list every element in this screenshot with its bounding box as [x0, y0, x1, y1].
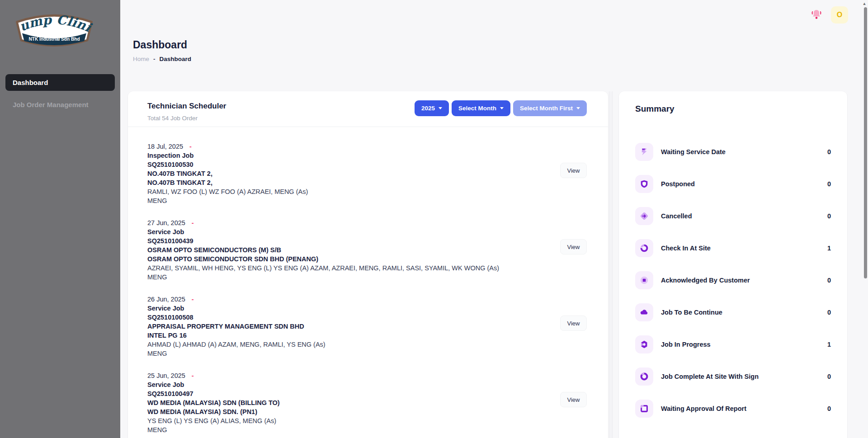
scrollbar-up-arrow-icon[interactable]: ▲ [861, 0, 868, 7]
summary-list: Waiting Service Date 0 Postponed 0 Cance… [635, 143, 831, 418]
job-entry: 25 Jun, 2025- Service Job SQ2510100497 W… [147, 371, 587, 434]
sidebar: Pump Clinic NTK Industrial Sdn Bhd Dashb… [0, 0, 120, 438]
job-date: 26 Jun, 2025 [147, 296, 185, 303]
sidebar-item-job-order-management[interactable]: Job Order Management [5, 96, 115, 113]
summary-item-count: 0 [827, 212, 831, 220]
scheduler-total-count: Total 54 Job Order [147, 115, 415, 122]
summary-item[interactable]: Waiting Service Date 0 [635, 143, 831, 161]
job-site: INTEL PG 16 [147, 331, 551, 340]
summary-item[interactable]: Job In Progress 1 [635, 335, 831, 353]
select-month-dropdown-button[interactable]: Select Month [452, 100, 510, 116]
job-customer: WD MEDIA (MALAYSIA) SDN (BILLING TO) [147, 398, 551, 407]
chevron-down-icon [500, 107, 504, 109]
page-header: Dashboard Home - Dashboard [133, 39, 191, 62]
summary-item[interactable]: Job To Be Continue 0 [635, 303, 831, 321]
logo-subtitle: NTK Industrial Sdn Bhd [28, 37, 80, 42]
job-type: Inspection Job [147, 151, 551, 160]
square-in-circle-icon [635, 271, 653, 289]
scheduler-title: Technician Scheduler [147, 102, 415, 111]
job-code: SQ2510100439 [147, 236, 551, 245]
summary-item[interactable]: Cancelled 0 [635, 207, 831, 225]
summary-item-label: Waiting Approval Of Report [661, 405, 746, 412]
pump-clinic-logo[interactable]: Pump Clinic NTK Industrial Sdn Bhd [11, 7, 98, 52]
year-dropdown-button[interactable]: 2025 [415, 100, 449, 116]
chevron-down-icon [439, 107, 442, 109]
summary-title: Summary [635, 104, 831, 114]
job-site: NO.407B TINGKAT 2, [147, 178, 551, 187]
user-avatar[interactable]: O [831, 6, 848, 24]
job-code: SQ2510100497 [147, 389, 551, 398]
job-site: OSRAM OPTO SEMICONDUCTOR SDN BHD (PENANG… [147, 254, 551, 264]
scheduler-filter-buttons: 2025 Select Month Select Month First [415, 100, 587, 116]
summary-item-count: 0 [827, 277, 831, 284]
job-entry: 26 Jun, 2025- Service Job SQ2510100508 A… [147, 295, 587, 358]
breadcrumb-current: Dashboard [160, 56, 192, 62]
shield-icon [635, 175, 653, 193]
hexagon-icon [635, 335, 653, 353]
job-type: Service Job [147, 227, 551, 236]
view-button[interactable]: View [560, 392, 587, 407]
job-lead: MENG [147, 349, 551, 358]
page-title: Dashboard [133, 39, 191, 51]
job-entry: 18 Jul, 2025- Inspection Job SQ251010053… [147, 142, 587, 205]
technician-scheduler-card: Technician Scheduler Total 54 Job Order … [128, 91, 608, 438]
summary-item-label: Job To Be Continue [661, 309, 722, 316]
job-technicians: AZRAEI, SYAMIL, WH HENG, YS ENG (L) YS E… [147, 264, 551, 273]
job-type: Service Job [147, 380, 551, 389]
sidebar-nav: Dashboard Job Order Management [0, 74, 120, 113]
diamond-arrow-icon [635, 207, 653, 225]
breadcrumb-home-link[interactable]: Home [133, 56, 149, 62]
summary-item-count: 0 [827, 405, 831, 412]
window-scrollbar-thumb[interactable] [864, 7, 867, 278]
summary-item-label: Acknowledged By Customer [661, 277, 750, 284]
summary-item[interactable]: Acknowledged By Customer 0 [635, 271, 831, 289]
job-date: 25 Jun, 2025 [147, 372, 185, 379]
zap-icon [635, 143, 653, 161]
segmented-circle-icon [635, 239, 653, 257]
summary-item-label: Waiting Service Date [661, 148, 726, 155]
summary-item[interactable]: Waiting Approval Of Report 0 [635, 400, 831, 418]
summary-item-label: Postponed [661, 180, 695, 188]
job-code: SQ2510100530 [147, 160, 551, 169]
summary-card: Summary Waiting Service Date 0 Postponed… [619, 91, 847, 438]
job-date: 27 Jun, 2025 [147, 219, 185, 226]
view-button[interactable]: View [560, 239, 587, 254]
job-lead: MENG [147, 273, 551, 282]
select-month-first-dropdown-button[interactable]: Select Month First [513, 100, 587, 116]
cloud-icon [635, 303, 653, 321]
summary-item-label: Cancelled [661, 212, 692, 220]
notification-bell-icon[interactable] [810, 8, 823, 21]
job-site: WD MEDIA (MALAYSIA) SDN. (PN1) [147, 407, 551, 416]
donut-icon [635, 367, 653, 386]
logo-badge-icon: Pump Clinic NTK Industrial Sdn Bhd [11, 7, 98, 51]
view-button[interactable]: View [560, 163, 587, 178]
job-customer: NO.407B TINGKAT 2, [147, 169, 551, 178]
job-date-dash: - [192, 372, 194, 379]
chevron-down-icon [576, 107, 580, 109]
breadcrumb: Home - Dashboard [133, 56, 191, 62]
summary-item-label: Job In Progress [661, 341, 711, 348]
summary-item-count: 1 [827, 245, 831, 252]
job-type: Service Job [147, 304, 551, 313]
summary-item-count: 0 [827, 180, 831, 188]
job-customer: OSRAM OPTO SEMICONDUCTORS (M) S/B [147, 245, 551, 254]
job-date: 18 Jul, 2025 [147, 143, 183, 150]
summary-item-label: Job Complete At Site With Sign [661, 373, 759, 380]
job-date-dash: - [192, 296, 194, 303]
job-list: 18 Jul, 2025- Inspection Job SQ251010053… [128, 127, 608, 438]
job-customer: APPRAISAL PROPERTY MANAGEMENT SDN BHD [147, 322, 551, 331]
job-date-dash: - [189, 143, 192, 150]
sidebar-item-dashboard[interactable]: Dashboard [5, 74, 115, 91]
square-outline-icon [635, 400, 653, 418]
summary-item[interactable]: Postponed 0 [635, 175, 831, 193]
summary-item[interactable]: Check In At Site 1 [635, 239, 831, 257]
summary-item-count: 0 [827, 373, 831, 380]
view-button[interactable]: View [560, 316, 587, 331]
job-technicians: YS ENG (L) YS ENG (A) ALIAS, MENG (As) [147, 416, 551, 425]
job-code: SQ2510100508 [147, 313, 551, 322]
summary-item[interactable]: Job Complete At Site With Sign 0 [635, 367, 831, 386]
breadcrumb-separator: - [153, 56, 156, 62]
scheduler-scrollbar-track[interactable] [609, 91, 613, 438]
content-area: Technician Scheduler Total 54 Job Order … [128, 91, 847, 438]
job-lead: MENG [147, 425, 551, 434]
